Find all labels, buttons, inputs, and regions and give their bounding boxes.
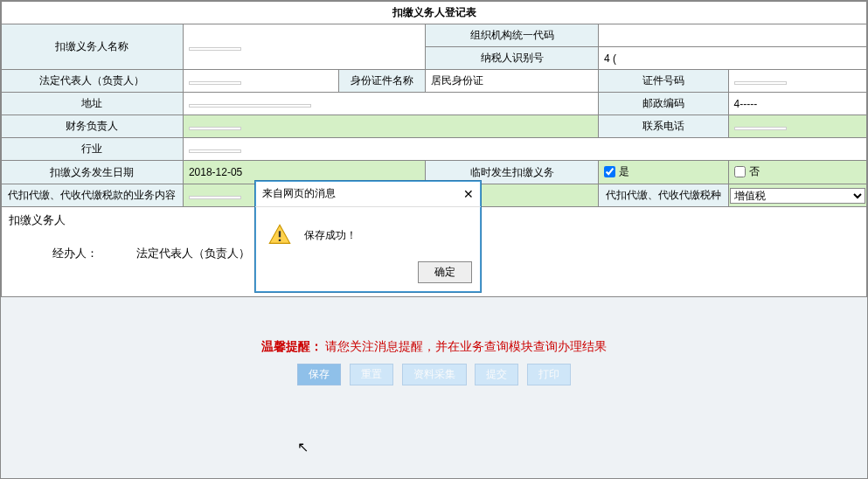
field-label: 证件号码 bbox=[599, 70, 729, 93]
svg-rect-0 bbox=[279, 231, 281, 237]
id-type-value: 居民身份证 bbox=[426, 70, 599, 93]
checkbox-label: 是 bbox=[619, 164, 629, 179]
temp-yes-checkbox[interactable] bbox=[604, 166, 615, 177]
legal-rep-value[interactable] bbox=[183, 70, 338, 93]
agent-name-value[interactable] bbox=[183, 24, 425, 70]
alert-dialog: 来自网页的消息 ✕ 保存成功！ 确定 bbox=[254, 180, 482, 293]
address-value[interactable] bbox=[183, 93, 598, 115]
temp-yes-cell[interactable]: 是 bbox=[599, 161, 729, 184]
reset-button[interactable]: 重置 bbox=[350, 364, 393, 385]
taxpayer-id-value[interactable]: 4 ( bbox=[599, 47, 867, 70]
field-label: 代扣代缴、代收代缴税款的业务内容 bbox=[2, 184, 184, 207]
submit-button[interactable]: 提交 bbox=[475, 364, 518, 385]
page-title: 扣缴义务人登记表 bbox=[2, 2, 867, 24]
save-button[interactable]: 保存 bbox=[297, 364, 341, 385]
field-label: 扣缴义务发生日期 bbox=[2, 161, 184, 184]
print-button[interactable]: 打印 bbox=[527, 364, 571, 385]
checkbox-label: 否 bbox=[749, 164, 760, 179]
tax-type-select[interactable]: 增值税 bbox=[730, 188, 865, 204]
field-label: 身份证件名称 bbox=[339, 70, 426, 93]
field-label: 纳税人识别号 bbox=[426, 47, 599, 70]
close-icon[interactable]: ✕ bbox=[463, 187, 474, 201]
svg-rect-1 bbox=[279, 240, 281, 241]
industry-value[interactable] bbox=[183, 138, 866, 161]
field-label: 法定代表人（负责人） bbox=[2, 70, 184, 93]
dialog-message: 保存成功！ bbox=[304, 228, 357, 243]
field-label: 财务负责人 bbox=[2, 115, 184, 138]
collect-button[interactable]: 资料采集 bbox=[402, 364, 467, 385]
registration-form-table: 扣缴义务人登记表 扣缴义务人名称 组织机构统一代码 纳税人识别号 4 ( 法定代… bbox=[1, 1, 867, 207]
warning-icon bbox=[267, 223, 292, 247]
temp-no-cell[interactable]: 否 bbox=[728, 161, 866, 184]
reminder-text: 温馨提醒： 请您关注消息提醒，并在业务查询模块查询办理结果 bbox=[1, 339, 867, 355]
finance-value[interactable] bbox=[183, 115, 598, 138]
field-label: 行业 bbox=[2, 138, 184, 161]
dialog-title: 来自网页的消息 bbox=[262, 186, 336, 201]
id-no-value[interactable] bbox=[728, 70, 866, 93]
field-label: 联系电话 bbox=[599, 115, 729, 138]
org-code-value[interactable] bbox=[599, 24, 867, 47]
field-label: 代扣代缴、代收代缴税种 bbox=[599, 184, 729, 207]
field-label: 邮政编码 bbox=[599, 93, 729, 115]
handler-label: 经办人： bbox=[52, 246, 98, 260]
field-label: 地址 bbox=[2, 93, 184, 115]
temp-no-checkbox[interactable] bbox=[734, 166, 746, 177]
legal-signer-label: 法定代表人（负责人）： bbox=[136, 246, 261, 260]
phone-value[interactable] bbox=[728, 115, 866, 138]
button-row: 保存 重置 资料采集 提交 打印 bbox=[1, 364, 867, 385]
field-label: 扣缴义务人名称 bbox=[2, 24, 184, 70]
postcode-value[interactable]: 4----- bbox=[728, 93, 866, 115]
ok-button[interactable]: 确定 bbox=[418, 261, 472, 283]
field-label: 组织机构统一代码 bbox=[426, 24, 599, 47]
